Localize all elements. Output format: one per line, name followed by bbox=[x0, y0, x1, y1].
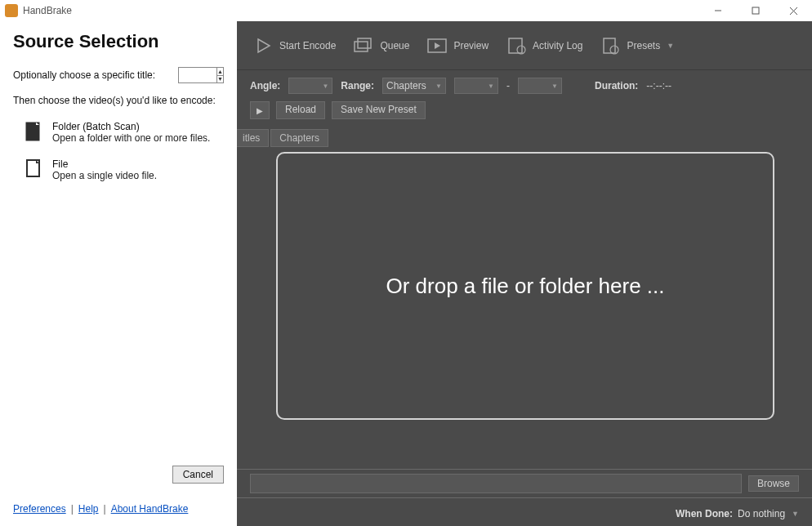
file-option[interactable]: File Open a single video file. bbox=[13, 155, 224, 193]
activity-log-button[interactable]: Activity Log bbox=[498, 33, 589, 59]
drop-zone[interactable]: Or drop a file or folder here ... bbox=[276, 152, 774, 420]
when-done-value[interactable]: Do nothing bbox=[738, 508, 785, 519]
play-icon bbox=[252, 36, 274, 56]
tab-strip: itles Chapters bbox=[237, 126, 812, 147]
folder-icon bbox=[25, 121, 42, 142]
svg-rect-10 bbox=[355, 42, 368, 51]
drop-zone-message: Or drop a file or folder here ... bbox=[386, 274, 664, 299]
queue-label: Queue bbox=[380, 40, 409, 51]
preferences-link[interactable]: Preferences bbox=[13, 503, 66, 515]
title-spinner-input[interactable] bbox=[179, 68, 216, 82]
svg-marker-13 bbox=[435, 42, 440, 49]
presets-button[interactable]: Presets ▼ bbox=[592, 33, 680, 59]
cancel-button[interactable]: Cancel bbox=[172, 466, 224, 484]
preview-button[interactable]: Preview bbox=[419, 33, 495, 59]
file-option-subtitle: Open a single video file. bbox=[52, 170, 157, 181]
preview-label: Preview bbox=[453, 40, 489, 51]
svg-rect-11 bbox=[358, 38, 371, 48]
maximize-button[interactable] bbox=[737, 0, 774, 21]
activity-log-icon bbox=[505, 36, 528, 56]
tab-chapters[interactable]: Chapters bbox=[270, 129, 328, 147]
preset-buttons-row: ▶ Reload Save New Preset bbox=[237, 101, 812, 126]
source-selection-heading: Source Selection bbox=[13, 31, 224, 52]
browse-button[interactable]: Browse bbox=[748, 475, 799, 492]
encode-instruction: Then choose the video(s) you'd like to e… bbox=[13, 95, 224, 106]
preview-icon bbox=[426, 36, 448, 56]
about-link[interactable]: About HandBrake bbox=[111, 503, 189, 515]
folder-option-subtitle: Open a folder with one or more files. bbox=[52, 132, 210, 144]
chevron-down-icon: ▼ bbox=[792, 510, 799, 518]
svg-rect-4 bbox=[26, 123, 39, 140]
activity-log-label: Activity Log bbox=[533, 40, 582, 51]
duration-label: Duration: bbox=[595, 80, 638, 91]
when-done-label: When Done: bbox=[676, 508, 733, 519]
duration-value: --:--:-- bbox=[646, 80, 671, 91]
app-icon bbox=[5, 4, 18, 17]
output-path-field[interactable] bbox=[250, 474, 742, 493]
save-new-preset-button[interactable]: Save New Preset bbox=[332, 101, 426, 119]
svg-marker-9 bbox=[258, 39, 270, 52]
app-title: HandBrake bbox=[23, 5, 72, 16]
status-bar: When Done: Do nothing ▼ bbox=[237, 501, 812, 526]
queue-button[interactable]: Queue bbox=[346, 33, 416, 59]
close-button[interactable] bbox=[774, 0, 812, 21]
source-selection-panel: Source Selection Optionally choose a spe… bbox=[0, 21, 237, 526]
range-dash: - bbox=[506, 80, 510, 91]
range-label: Range: bbox=[341, 80, 374, 91]
title-spinner[interactable]: ▲ ▼ bbox=[178, 67, 224, 83]
svg-rect-1 bbox=[752, 7, 759, 14]
help-link[interactable]: Help bbox=[78, 503, 99, 515]
range-start-combo[interactable]: ▼ bbox=[454, 78, 498, 94]
controls-row: Angle: ▼ Range: Chapters▼ ▼ - ▼ Duration… bbox=[237, 70, 812, 101]
spinner-up[interactable]: ▲ bbox=[217, 68, 223, 76]
chevron-down-icon: ▼ bbox=[667, 42, 674, 50]
main-app-dimmed: Start Encode Queue Preview Activity Log bbox=[237, 21, 812, 526]
presets-icon bbox=[599, 36, 622, 56]
reload-button[interactable]: Reload bbox=[276, 101, 325, 119]
minimize-button[interactable] bbox=[699, 0, 737, 21]
start-encode-label: Start Encode bbox=[279, 40, 336, 51]
tab-titles[interactable]: itles bbox=[237, 129, 269, 147]
folder-option-title: Folder (Batch Scan) bbox=[52, 121, 210, 132]
angle-combo[interactable]: ▼ bbox=[288, 78, 332, 94]
file-icon bbox=[25, 158, 42, 180]
optional-title-label: Optionally choose a specific title: bbox=[13, 69, 155, 81]
spinner-down[interactable]: ▼ bbox=[217, 76, 223, 83]
folder-batch-option[interactable]: Folder (Batch Scan) Open a folder with o… bbox=[13, 118, 224, 155]
footer-links: Preferences | Help | About HandBrake bbox=[13, 503, 224, 518]
file-option-title: File bbox=[52, 158, 157, 170]
presets-label: Presets bbox=[627, 40, 660, 51]
output-row: Browse bbox=[237, 469, 812, 498]
start-encode-button[interactable]: Start Encode bbox=[245, 33, 342, 59]
toolbar: Start Encode Queue Preview Activity Log bbox=[237, 21, 812, 70]
angle-label: Angle: bbox=[250, 80, 280, 91]
range-end-combo[interactable]: ▼ bbox=[518, 78, 562, 94]
range-type-combo[interactable]: Chapters▼ bbox=[382, 78, 446, 94]
titlebar: HandBrake bbox=[0, 0, 812, 21]
arrow-right-button[interactable]: ▶ bbox=[250, 101, 270, 119]
queue-icon bbox=[352, 36, 375, 56]
